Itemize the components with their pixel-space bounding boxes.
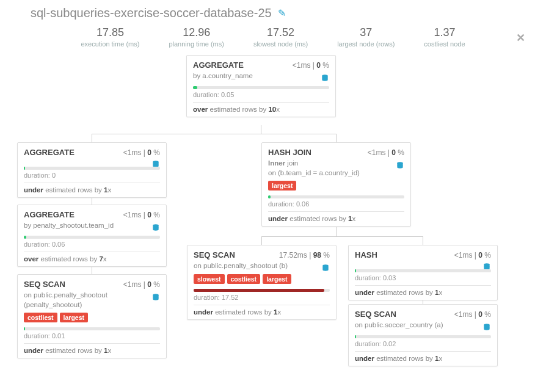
connector — [261, 236, 423, 237]
node-subtitle: on public.penalty_shootout (penalty_shoo… — [24, 291, 160, 310]
node-timing: <1ms | 0 % — [454, 251, 491, 260]
plan-node-aggregate-2[interactable]: AGGREGATE <1ms | 0 % duration: 0 under e… — [17, 142, 167, 198]
node-duration: duration: 0.06 — [24, 241, 160, 248]
node-timing: <1ms | 0 % — [123, 280, 160, 289]
node-estimate: over estimated rows by 10x — [193, 102, 329, 113]
node-header: HASH JOIN <1ms | 0 % — [268, 148, 404, 157]
stat-label: planning time (ms) — [169, 40, 224, 48]
node-title: HASH — [355, 250, 377, 260]
plan-node-seq-scan-1[interactable]: SEQ SCAN <1ms | 0 % on public.penalty_sh… — [17, 274, 167, 358]
node-estimate: under estimated rows by 1x — [268, 211, 404, 222]
node-duration: duration: 17.52 — [194, 294, 330, 301]
node-header: SEQ SCAN 17.52ms | 98 % — [194, 250, 330, 260]
connector — [336, 227, 337, 236]
database-icon[interactable] — [151, 293, 160, 303]
node-duration: duration: 0.01 — [24, 332, 160, 339]
node-header: AGGREGATE <1ms | 0 % — [24, 210, 160, 219]
node-header: HASH <1ms | 0 % — [355, 250, 491, 260]
connector — [92, 266, 92, 274]
node-tags: slowest costliest largest — [194, 274, 330, 284]
database-icon[interactable] — [151, 223, 160, 234]
close-icon[interactable]: ✕ — [516, 31, 525, 45]
duration-bar — [24, 327, 160, 330]
node-timing: <1ms | 0 % — [454, 310, 491, 319]
node-timing: <1ms | 0 % — [293, 61, 329, 70]
plan-node-aggregate-root[interactable]: AGGREGATE <1ms | 0 % by a.country_name d… — [186, 55, 336, 117]
stat-value: 12.96 — [169, 26, 224, 39]
database-icon[interactable] — [396, 161, 404, 172]
stat-label: costliest node — [424, 40, 465, 48]
node-title: HASH JOIN — [268, 148, 311, 157]
duration-bar — [355, 269, 491, 272]
stat-value: 17.85 — [81, 26, 139, 39]
tag-costliest: costliest — [24, 313, 57, 322]
duration-bar — [355, 335, 491, 338]
node-duration: duration: 0.02 — [355, 340, 491, 347]
connector — [336, 134, 337, 142]
tag-largest: largest — [60, 313, 88, 322]
node-timing: <1ms | 0 % — [368, 148, 404, 157]
node-title: SEQ SCAN — [24, 280, 65, 289]
database-icon[interactable] — [482, 323, 491, 333]
plan-node-aggregate-3[interactable]: AGGREGATE <1ms | 0 % by penalty_shootout… — [17, 205, 167, 267]
node-timing: <1ms | 0 % — [123, 148, 160, 157]
stat-label: execution time (ms) — [81, 40, 139, 48]
plan-node-hash-join[interactable]: HASH JOIN <1ms | 0 % Inner joinon (b.tea… — [261, 142, 411, 227]
duration-bar — [194, 289, 330, 292]
node-title: SEQ SCAN — [355, 310, 396, 319]
stat-slowest-node: 17.52 slowest node (ms) — [253, 26, 308, 48]
page-title-row: sql-subqueries-exercise-soccer-database-… — [0, 0, 546, 23]
node-duration: duration: 0.06 — [268, 200, 404, 208]
page-title: sql-subqueries-exercise-soccer-database-… — [31, 6, 272, 20]
node-duration: duration: 0.05 — [193, 91, 329, 98]
stat-planning-time: 12.96 planning time (ms) — [169, 26, 224, 48]
node-subtitle: on public.soccer_country (a) — [355, 321, 491, 330]
database-icon[interactable] — [321, 264, 330, 274]
connector — [261, 125, 261, 134]
node-title: AGGREGATE — [24, 148, 75, 157]
node-subtitle: by penalty_shootout.team_id — [24, 221, 160, 231]
stat-label: slowest node (ms) — [253, 40, 308, 48]
stats-bar: 17.85 execution time (ms) 12.96 planning… — [0, 23, 546, 55]
node-estimate: under estimated rows by 1x — [24, 183, 160, 194]
node-header: SEQ SCAN <1ms | 0 % — [24, 280, 160, 289]
node-estimate: under estimated rows by 1x — [355, 285, 491, 296]
stat-label: largest node (rows) — [337, 40, 395, 48]
tag-costliest: costliest — [227, 274, 261, 284]
plan-node-seq-scan-2[interactable]: SEQ SCAN 17.52ms | 98 % on public.penalt… — [187, 245, 337, 320]
node-tags: costliest largest — [24, 313, 160, 322]
duration-bar — [24, 167, 160, 170]
tag-slowest: slowest — [194, 274, 225, 284]
node-header: AGGREGATE <1ms | 0 % — [193, 60, 329, 70]
node-subtitle: on public.penalty_shootout (b) — [194, 261, 330, 271]
stat-costliest-node: 1.37 costliest node — [424, 26, 465, 48]
node-timing: <1ms | 0 % — [123, 211, 160, 219]
node-estimate: under estimated rows by 1x — [24, 343, 160, 354]
duration-bar — [268, 195, 404, 198]
stat-largest-node: 37 largest node (rows) — [337, 26, 395, 48]
node-timing: 17.52ms | 98 % — [279, 251, 330, 260]
plan-node-hash[interactable]: HASH <1ms | 0 % duration: 0.03 under est… — [348, 245, 498, 300]
plan-tree: AGGREGATE <1ms | 0 % by a.country_name d… — [0, 55, 546, 385]
node-subtitle: Inner joinon (b.team_id = a.country_id) — [268, 159, 404, 178]
plan-node-seq-scan-3[interactable]: SEQ SCAN <1ms | 0 % on public.soccer_cou… — [348, 304, 498, 366]
node-duration: duration: 0.03 — [355, 274, 491, 281]
duration-bar — [193, 86, 329, 89]
node-estimate: over estimated rows by 7x — [24, 252, 160, 263]
node-title: AGGREGATE — [24, 210, 75, 219]
stat-value: 1.37 — [424, 26, 465, 39]
node-tags: largest — [268, 181, 404, 191]
stat-value: 17.52 — [253, 26, 308, 39]
stat-value: 37 — [337, 26, 395, 39]
node-header: SEQ SCAN <1ms | 0 % — [355, 310, 491, 319]
node-estimate: under estimated rows by 1x — [194, 305, 330, 316]
database-icon[interactable] — [321, 74, 329, 84]
node-estimate: under estimated rows by 1x — [355, 351, 491, 362]
node-subtitle: by a.country_name — [193, 71, 329, 81]
connector — [92, 134, 92, 142]
connector — [423, 236, 423, 245]
connector — [92, 134, 336, 134]
connector — [261, 236, 262, 245]
stat-execution-time: 17.85 execution time (ms) — [81, 26, 139, 48]
edit-icon[interactable]: ✎ — [278, 7, 286, 19]
